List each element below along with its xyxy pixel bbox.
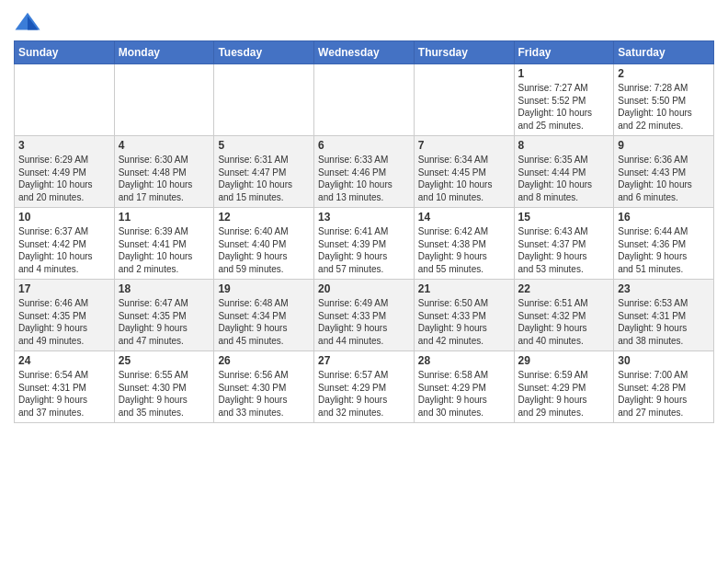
day-number: 26 [218, 354, 310, 367]
day-info: Sunrise: 7:27 AM Sunset: 5:52 PM Dayligh… [518, 82, 610, 132]
logo-icon [14, 9, 41, 37]
calendar-week-0: 1Sunrise: 7:27 AM Sunset: 5:52 PM Daylig… [15, 64, 714, 136]
day-number: 25 [119, 354, 210, 367]
day-info: Sunrise: 6:47 AM Sunset: 4:35 PM Dayligh… [119, 297, 210, 347]
day-number: 18 [119, 282, 210, 295]
header-cell-friday: Friday [514, 41, 614, 64]
page-container: SundayMondayTuesdayWednesdayThursdayFrid… [0, 0, 728, 428]
day-info: Sunrise: 6:55 AM Sunset: 4:30 PM Dayligh… [119, 369, 210, 419]
calendar-cell: 12Sunrise: 6:40 AM Sunset: 4:40 PM Dayli… [214, 208, 314, 280]
day-info: Sunrise: 6:36 AM Sunset: 4:43 PM Dayligh… [618, 154, 710, 203]
day-info: Sunrise: 6:37 AM Sunset: 4:42 PM Dayligh… [18, 225, 110, 275]
day-info: Sunrise: 6:33 AM Sunset: 4:46 PM Dayligh… [318, 154, 410, 203]
header-cell-sunday: Sunday [15, 41, 115, 64]
calendar-week-3: 17Sunrise: 6:46 AM Sunset: 4:35 PM Dayli… [15, 280, 714, 351]
day-number: 29 [518, 354, 610, 367]
day-number: 21 [418, 282, 510, 295]
calendar-cell: 29Sunrise: 6:59 AM Sunset: 4:29 PM Dayli… [514, 351, 614, 423]
day-number: 24 [18, 354, 110, 367]
calendar-cell [314, 64, 415, 136]
day-number: 3 [18, 139, 110, 152]
calendar-week-1: 3Sunrise: 6:29 AM Sunset: 4:49 PM Daylig… [15, 136, 714, 208]
calendar-cell: 28Sunrise: 6:58 AM Sunset: 4:29 PM Dayli… [414, 351, 514, 423]
header-cell-saturday: Saturday [614, 41, 714, 64]
calendar-cell [15, 64, 115, 136]
calendar-cell: 23Sunrise: 6:53 AM Sunset: 4:31 PM Dayli… [614, 280, 714, 351]
calendar-cell: 9Sunrise: 6:36 AM Sunset: 4:43 PM Daylig… [614, 136, 714, 208]
day-number: 10 [18, 211, 110, 224]
day-number: 20 [318, 282, 410, 295]
day-number: 7 [418, 139, 510, 152]
day-info: Sunrise: 6:51 AM Sunset: 4:32 PM Dayligh… [518, 297, 610, 347]
day-info: Sunrise: 6:31 AM Sunset: 4:47 PM Dayligh… [218, 154, 310, 203]
day-number: 17 [18, 282, 110, 295]
calendar-cell [214, 64, 314, 136]
day-info: Sunrise: 6:35 AM Sunset: 4:44 PM Dayligh… [518, 154, 610, 203]
calendar-week-2: 10Sunrise: 6:37 AM Sunset: 4:42 PM Dayli… [15, 208, 714, 280]
day-info: Sunrise: 6:59 AM Sunset: 4:29 PM Dayligh… [518, 369, 610, 419]
calendar-cell: 15Sunrise: 6:43 AM Sunset: 4:37 PM Dayli… [514, 208, 614, 280]
header-cell-tuesday: Tuesday [214, 41, 314, 64]
day-info: Sunrise: 6:29 AM Sunset: 4:49 PM Dayligh… [18, 154, 110, 203]
day-info: Sunrise: 6:34 AM Sunset: 4:45 PM Dayligh… [418, 154, 510, 203]
day-number: 14 [418, 211, 510, 224]
header-cell-thursday: Thursday [414, 41, 514, 64]
header-row: SundayMondayTuesdayWednesdayThursdayFrid… [15, 41, 714, 64]
day-info: Sunrise: 6:41 AM Sunset: 4:39 PM Dayligh… [318, 225, 410, 275]
calendar-cell: 18Sunrise: 6:47 AM Sunset: 4:35 PM Dayli… [114, 280, 214, 351]
day-info: Sunrise: 6:57 AM Sunset: 4:29 PM Dayligh… [318, 369, 410, 419]
calendar-body: 1Sunrise: 7:27 AM Sunset: 5:52 PM Daylig… [15, 64, 714, 423]
day-info: Sunrise: 6:56 AM Sunset: 4:30 PM Dayligh… [218, 369, 310, 419]
calendar-cell: 22Sunrise: 6:51 AM Sunset: 4:32 PM Dayli… [514, 280, 614, 351]
calendar-cell: 6Sunrise: 6:33 AM Sunset: 4:46 PM Daylig… [314, 136, 415, 208]
day-number: 28 [418, 354, 510, 367]
day-info: Sunrise: 6:44 AM Sunset: 4:36 PM Dayligh… [618, 225, 710, 275]
calendar-cell: 16Sunrise: 6:44 AM Sunset: 4:36 PM Dayli… [614, 208, 714, 280]
day-number: 6 [318, 139, 410, 152]
calendar-cell: 19Sunrise: 6:48 AM Sunset: 4:34 PM Dayli… [214, 280, 314, 351]
calendar-cell: 13Sunrise: 6:41 AM Sunset: 4:39 PM Dayli… [314, 208, 415, 280]
day-info: Sunrise: 6:48 AM Sunset: 4:34 PM Dayligh… [218, 297, 310, 347]
calendar-cell [114, 64, 214, 136]
calendar-cell: 14Sunrise: 6:42 AM Sunset: 4:38 PM Dayli… [414, 208, 514, 280]
calendar-cell: 21Sunrise: 6:50 AM Sunset: 4:33 PM Dayli… [414, 280, 514, 351]
calendar-cell: 1Sunrise: 7:27 AM Sunset: 5:52 PM Daylig… [514, 64, 614, 136]
header-cell-wednesday: Wednesday [314, 41, 415, 64]
day-info: Sunrise: 6:50 AM Sunset: 4:33 PM Dayligh… [418, 297, 510, 347]
header [14, 9, 714, 37]
calendar-cell: 11Sunrise: 6:39 AM Sunset: 4:41 PM Dayli… [114, 208, 214, 280]
day-info: Sunrise: 6:49 AM Sunset: 4:33 PM Dayligh… [318, 297, 410, 347]
day-number: 22 [518, 282, 610, 295]
calendar-cell: 4Sunrise: 6:30 AM Sunset: 4:48 PM Daylig… [114, 136, 214, 208]
calendar-header: SundayMondayTuesdayWednesdayThursdayFrid… [15, 41, 714, 64]
day-number: 27 [318, 354, 410, 367]
day-info: Sunrise: 6:42 AM Sunset: 4:38 PM Dayligh… [418, 225, 510, 275]
day-info: Sunrise: 7:00 AM Sunset: 4:28 PM Dayligh… [618, 369, 710, 419]
calendar-cell: 10Sunrise: 6:37 AM Sunset: 4:42 PM Dayli… [15, 208, 115, 280]
day-info: Sunrise: 6:58 AM Sunset: 4:29 PM Dayligh… [418, 369, 510, 419]
day-info: Sunrise: 6:54 AM Sunset: 4:31 PM Dayligh… [18, 369, 110, 419]
calendar-cell: 27Sunrise: 6:57 AM Sunset: 4:29 PM Dayli… [314, 351, 415, 423]
day-number: 5 [218, 139, 310, 152]
calendar-cell: 7Sunrise: 6:34 AM Sunset: 4:45 PM Daylig… [414, 136, 514, 208]
day-number: 1 [518, 67, 610, 80]
day-number: 30 [618, 354, 710, 367]
calendar-cell: 30Sunrise: 7:00 AM Sunset: 4:28 PM Dayli… [614, 351, 714, 423]
day-info: Sunrise: 6:30 AM Sunset: 4:48 PM Dayligh… [119, 154, 210, 203]
day-number: 12 [218, 211, 310, 224]
day-info: Sunrise: 6:40 AM Sunset: 4:40 PM Dayligh… [218, 225, 310, 275]
calendar-cell: 8Sunrise: 6:35 AM Sunset: 4:44 PM Daylig… [514, 136, 614, 208]
day-number: 11 [119, 211, 210, 224]
day-info: Sunrise: 6:53 AM Sunset: 4:31 PM Dayligh… [618, 297, 710, 347]
day-number: 19 [218, 282, 310, 295]
day-info: Sunrise: 6:43 AM Sunset: 4:37 PM Dayligh… [518, 225, 610, 275]
calendar-cell [414, 64, 514, 136]
calendar-cell: 3Sunrise: 6:29 AM Sunset: 4:49 PM Daylig… [15, 136, 115, 208]
day-info: Sunrise: 6:46 AM Sunset: 4:35 PM Dayligh… [18, 297, 110, 347]
svg-marker-1 [28, 17, 38, 30]
calendar-week-4: 24Sunrise: 6:54 AM Sunset: 4:31 PM Dayli… [15, 351, 714, 423]
header-cell-monday: Monday [114, 41, 214, 64]
calendar-cell: 17Sunrise: 6:46 AM Sunset: 4:35 PM Dayli… [15, 280, 115, 351]
day-number: 9 [618, 139, 710, 152]
day-number: 4 [119, 139, 210, 152]
